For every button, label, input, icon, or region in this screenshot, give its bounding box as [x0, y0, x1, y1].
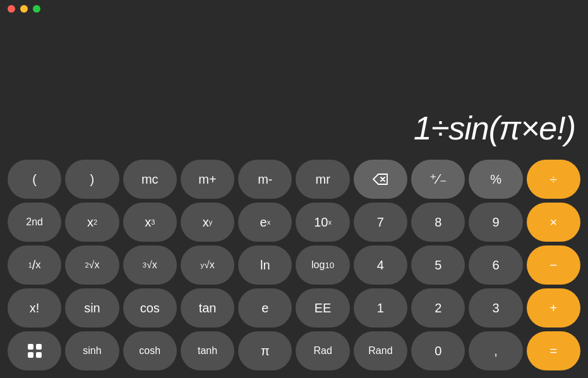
button-e-x[interactable]: ex	[238, 203, 292, 242]
button-x-y[interactable]: xy	[181, 203, 234, 242]
button-row-2: 1/x2√x3√xy√xlnlog10456−	[8, 245, 580, 285]
svg-rect-1	[36, 344, 42, 350]
button-open-paren[interactable]: (	[8, 160, 61, 199]
svg-rect-2	[28, 352, 33, 358]
button-add[interactable]: +	[527, 288, 580, 328]
button-close-paren[interactable]: )	[65, 160, 119, 199]
button-tanh[interactable]: tanh	[181, 331, 234, 370]
display-expression: 1÷sin(π×e!)	[414, 109, 575, 147]
button-e[interactable]: e	[238, 288, 292, 328]
button-3[interactable]: 3	[469, 288, 522, 328]
button-4[interactable]: 4	[354, 245, 407, 285]
button-sinh[interactable]: sinh	[65, 331, 119, 370]
button-mc[interactable]: mc	[123, 160, 177, 199]
button-divide[interactable]: ÷	[527, 160, 580, 199]
button-1[interactable]: 1	[354, 288, 407, 328]
minimize-button[interactable]	[20, 5, 28, 13]
button-cosh[interactable]: cosh	[123, 331, 177, 370]
button-x-factorial[interactable]: x!	[8, 288, 61, 328]
maximize-button[interactable]	[33, 5, 40, 13]
button-tan[interactable]: tan	[181, 288, 234, 328]
svg-rect-0	[28, 344, 33, 350]
button-percent[interactable]: %	[469, 160, 522, 199]
button-calc-icon[interactable]	[8, 331, 61, 370]
button-one-over-x[interactable]: 1/x	[8, 245, 61, 285]
button-0[interactable]: 0	[411, 331, 465, 370]
button-plus-minus[interactable]: ⁺∕₋	[411, 160, 465, 199]
button-row-4: sinhcoshtanhπRadRand0,=	[8, 331, 580, 370]
button-subtract[interactable]: −	[527, 245, 580, 285]
button-sqrt-y[interactable]: y√x	[181, 245, 234, 285]
close-button[interactable]	[8, 5, 15, 13]
button-5[interactable]: 5	[411, 245, 465, 285]
button-sin[interactable]: sin	[65, 288, 119, 328]
button-log10[interactable]: log10	[296, 245, 349, 285]
button-row-0: ()mcm+m-mr ⁺∕₋%÷	[8, 160, 580, 199]
titlebar	[0, 0, 588, 18]
button-x-cubed[interactable]: x3	[123, 203, 177, 242]
display-area: 1÷sin(π×e!)	[0, 18, 588, 155]
button-equals[interactable]: =	[527, 331, 580, 370]
button-x-squared[interactable]: x2	[65, 203, 119, 242]
button-9[interactable]: 9	[469, 203, 522, 242]
button-cos[interactable]: cos	[123, 288, 177, 328]
button-ln[interactable]: ln	[238, 245, 292, 285]
button-rand[interactable]: Rand	[354, 331, 407, 370]
button-m-minus[interactable]: m-	[238, 160, 292, 199]
button-sqrt2[interactable]: 2√x	[65, 245, 119, 285]
button-2[interactable]: 2	[411, 288, 465, 328]
button-sqrt3[interactable]: 3√x	[123, 245, 177, 285]
button-ee[interactable]: EE	[296, 288, 349, 328]
button-8[interactable]: 8	[411, 203, 465, 242]
button-pi[interactable]: π	[238, 331, 292, 370]
button-rad[interactable]: Rad	[296, 331, 349, 370]
button-backspace[interactable]	[354, 160, 407, 199]
button-row-1: 2ndx2x3xyex10x789×	[8, 203, 580, 242]
button-multiply[interactable]: ×	[527, 203, 580, 242]
button-comma[interactable]: ,	[469, 331, 522, 370]
button-6[interactable]: 6	[469, 245, 522, 285]
button-row-3: x!sincostaneEE123+	[8, 288, 580, 328]
button-mr[interactable]: mr	[296, 160, 349, 199]
svg-rect-3	[36, 352, 42, 358]
button-2nd[interactable]: 2nd	[8, 203, 61, 242]
calculator-body: ()mcm+m-mr ⁺∕₋%÷2ndx2x3xyex10x789×1/x2√x…	[0, 155, 588, 378]
button-10-x[interactable]: 10x	[296, 203, 349, 242]
button-m-plus[interactable]: m+	[181, 160, 234, 199]
button-7[interactable]: 7	[354, 203, 407, 242]
